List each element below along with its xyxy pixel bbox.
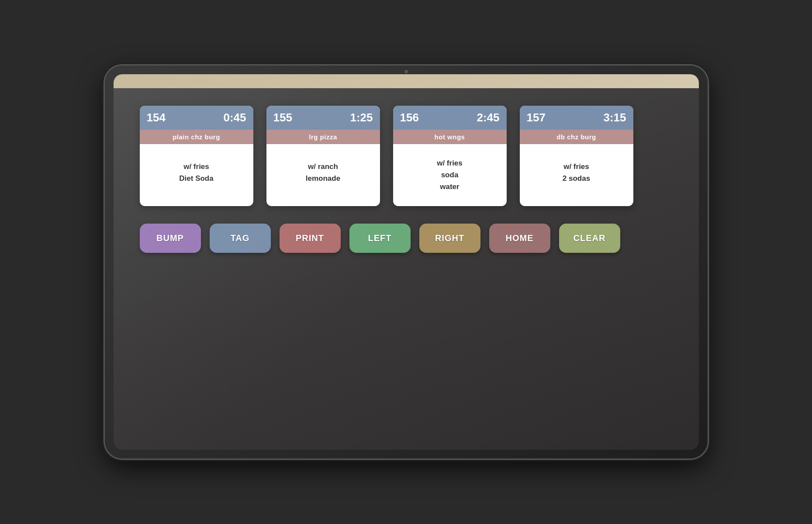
order-card-156[interactable]: 156 2:45 hot wngs w/ friessodawater [393, 106, 507, 206]
device-camera [404, 70, 408, 73]
print-button[interactable]: PRINT [280, 224, 341, 253]
tag-button[interactable]: TAG [210, 224, 271, 253]
card-header: 156 2:45 [393, 106, 507, 130]
header-bar [114, 74, 699, 88]
card-body: w/ ranchlemonade [266, 144, 380, 201]
card-header: 154 0:45 [140, 106, 253, 130]
card-header: 155 1:25 [266, 106, 380, 130]
order-timer: 1:25 [350, 111, 373, 124]
orders-grid: 154 0:45 plain chz burg w/ friesDiet Sod… [140, 106, 673, 206]
card-details: w/ ranchlemonade [306, 161, 340, 184]
card-details: w/ friesDiet Soda [179, 161, 213, 184]
order-number: 155 [273, 111, 292, 124]
order-number: 154 [147, 111, 166, 124]
order-timer: 3:15 [603, 111, 626, 124]
clear-button[interactable]: CLEAR [559, 224, 620, 253]
buttons-row: BUMPTAGPRINTLEFTRIGHTHOMECLEAR [140, 224, 673, 257]
order-card-154[interactable]: 154 0:45 plain chz burg w/ friesDiet Sod… [140, 106, 253, 206]
order-number: 156 [400, 111, 419, 124]
order-timer: 0:45 [223, 111, 246, 124]
order-timer: 2:45 [477, 111, 499, 124]
right-button[interactable]: RIGHT [419, 224, 480, 253]
card-body: w/ fries2 sodas [520, 144, 633, 201]
card-body: w/ friesDiet Soda [140, 144, 253, 201]
item-name: hot wngs [393, 130, 507, 144]
screen: 154 0:45 plain chz burg w/ friesDiet Sod… [114, 74, 699, 450]
order-card-155[interactable]: 155 1:25 lrg pizza w/ ranchlemonade [266, 106, 380, 206]
item-name: db chz burg [520, 130, 633, 144]
home-button[interactable]: HOME [489, 224, 550, 253]
card-header: 157 3:15 [520, 106, 633, 130]
device-frame: 154 0:45 plain chz burg w/ friesDiet Sod… [105, 66, 708, 458]
card-body: w/ friessodawater [393, 144, 507, 206]
card-details: w/ fries2 sodas [563, 161, 590, 184]
order-number: 157 [527, 111, 546, 124]
left-button[interactable]: LEFT [349, 224, 411, 253]
item-name: plain chz burg [140, 130, 253, 144]
bump-button[interactable]: BUMP [140, 224, 201, 253]
main-content: 154 0:45 plain chz burg w/ friesDiet Sod… [114, 88, 699, 450]
order-card-157[interactable]: 157 3:15 db chz burg w/ fries2 sodas [520, 106, 633, 206]
item-name: lrg pizza [266, 130, 380, 144]
card-details: w/ friessodawater [437, 157, 463, 193]
